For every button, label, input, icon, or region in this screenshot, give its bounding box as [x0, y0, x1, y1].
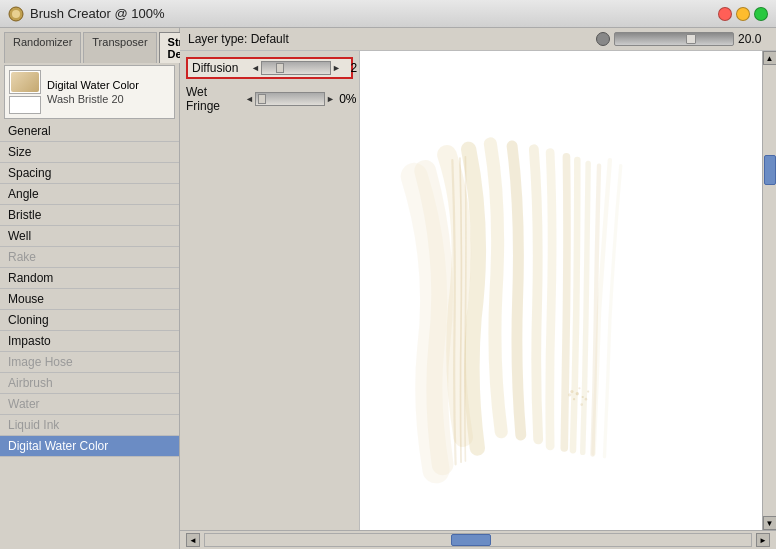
right-panel: Layer type: Default 20.0 Diffusion ◄: [180, 28, 776, 549]
category-spacing[interactable]: Spacing: [0, 163, 179, 184]
category-mouse[interactable]: Mouse: [0, 289, 179, 310]
middle-area: Diffusion ◄ ► 2 Wet Fringe ◄: [180, 51, 776, 530]
right-top-bar: Layer type: Default 20.0: [180, 28, 776, 51]
svg-point-10: [587, 390, 589, 392]
window-title: Brush Creator @ 100%: [30, 6, 165, 21]
window-controls: [718, 7, 768, 21]
tab-randomizer[interactable]: Randomizer: [4, 32, 81, 63]
top-slider-value: 20.0: [738, 32, 768, 46]
brush-info: Digital Water Color Wash Bristle 20: [4, 65, 175, 119]
wet-fringe-arrow-right[interactable]: ►: [326, 94, 335, 104]
close-button[interactable]: [718, 7, 732, 21]
maximize-button[interactable]: [754, 7, 768, 21]
scrollbar-track-v[interactable]: [763, 65, 777, 516]
svg-point-8: [573, 398, 575, 400]
category-size[interactable]: Size: [0, 142, 179, 163]
app-icon: [8, 6, 24, 22]
svg-point-4: [582, 396, 584, 398]
brush-name-main: Digital Water Color: [47, 79, 139, 91]
left-panel: Randomizer Transposer Stroke Designer Di…: [0, 28, 180, 549]
top-circle-btn[interactable]: [596, 32, 610, 46]
category-rake: Rake: [0, 247, 179, 268]
svg-point-7: [585, 398, 588, 401]
category-impasto[interactable]: Impasto: [0, 331, 179, 352]
top-slider-track[interactable]: [614, 32, 734, 46]
title-bar: Brush Creator @ 100%: [0, 0, 776, 28]
brush-names: Digital Water Color Wash Bristle 20: [47, 79, 139, 105]
brush-icon-main: [9, 70, 41, 94]
top-slider-area: 20.0: [596, 32, 768, 46]
diffusion-slider[interactable]: [261, 61, 331, 75]
tabs-row: Randomizer Transposer Stroke Designer: [0, 28, 179, 63]
diffusion-label: Diffusion: [192, 61, 247, 75]
category-random[interactable]: Random: [0, 268, 179, 289]
category-angle[interactable]: Angle: [0, 184, 179, 205]
category-image-hose: Image Hose: [0, 352, 179, 373]
wet-fringe-arrow-left[interactable]: ◄: [245, 94, 254, 104]
svg-point-9: [568, 393, 571, 396]
brush-icons: [9, 70, 41, 114]
category-digital-water-color[interactable]: Digital Water Color: [0, 436, 179, 457]
diffusion-row: Diffusion ◄ ► 2: [186, 57, 353, 79]
minimize-button[interactable]: [736, 7, 750, 21]
category-well[interactable]: Well: [0, 226, 179, 247]
scrollbar-down-btn[interactable]: ▼: [763, 516, 777, 530]
brush-preview-svg: [360, 51, 762, 530]
diffusion-arrow-left[interactable]: ◄: [251, 63, 260, 73]
category-bristle[interactable]: Bristle: [0, 205, 179, 226]
bottom-scrollbar-bar: ◄ ►: [180, 530, 776, 549]
category-liquid-ink: Liquid Ink: [0, 415, 179, 436]
wet-fringe-slider[interactable]: [255, 92, 325, 106]
top-slider-thumb: [686, 34, 696, 44]
wet-fringe-label: Wet Fringe: [186, 85, 241, 113]
svg-point-11: [580, 403, 583, 406]
svg-point-1: [12, 10, 20, 18]
brush-icon-img: [11, 72, 39, 92]
category-airbrush: Airbrush: [0, 373, 179, 394]
category-cloning[interactable]: Cloning: [0, 310, 179, 331]
category-general[interactable]: General: [0, 121, 179, 142]
svg-point-5: [570, 390, 573, 393]
brush-name-sub: Wash Bristle 20: [47, 93, 139, 105]
brush-icon-small: [9, 96, 41, 114]
scrollbar-thumb-v: [764, 155, 776, 185]
scrollbar-up-btn[interactable]: ▲: [763, 51, 777, 65]
h-scrollbar-thumb: [451, 534, 491, 546]
right-scrollbar[interactable]: ▲ ▼: [762, 51, 776, 530]
svg-point-6: [578, 387, 580, 389]
category-water: Water: [0, 394, 179, 415]
svg-point-3: [576, 392, 579, 395]
scrollbar-right-btn[interactable]: ►: [756, 533, 770, 547]
diffusion-arrow-right[interactable]: ►: [332, 63, 341, 73]
layer-type-label: Layer type: Default: [188, 32, 289, 46]
wet-fringe-row: Wet Fringe ◄ ► 0%: [186, 85, 353, 113]
scrollbar-left-btn[interactable]: ◄: [186, 533, 200, 547]
h-scrollbar[interactable]: [204, 533, 752, 547]
category-list: General Size Spacing Angle Bristle Well …: [0, 121, 179, 549]
wet-fringe-value: 0%: [339, 92, 357, 106]
params-panel: Diffusion ◄ ► 2 Wet Fringe ◄: [180, 51, 360, 530]
canvas-area[interactable]: [360, 51, 762, 530]
tab-transposer[interactable]: Transposer: [83, 32, 156, 63]
